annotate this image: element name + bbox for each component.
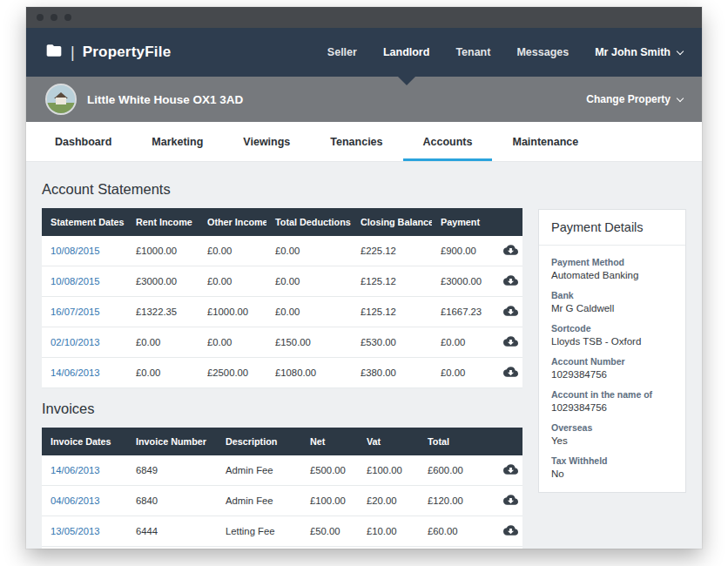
- nav-item-tenant[interactable]: Tenant: [442, 28, 503, 77]
- cell-other-income: £0.00: [199, 266, 266, 297]
- cell-total: £120.00: [419, 547, 495, 549]
- column-header: Statement Dates: [42, 208, 127, 236]
- tab-viewings[interactable]: Viewings: [223, 122, 310, 161]
- cell-description: Admin Fee: [217, 547, 301, 549]
- column-header: Total Deductions: [266, 208, 352, 236]
- cell-rent-income: £0.00: [127, 358, 199, 388]
- invoice-date-link[interactable]: 14/06/2013: [51, 465, 100, 475]
- statement-date-link[interactable]: 02/10/2013: [51, 337, 100, 347]
- column-header: Payment: [432, 208, 495, 236]
- statement-date-link[interactable]: 10/08/2015: [51, 246, 100, 256]
- cell-closing-balance: £125.12: [352, 266, 432, 297]
- account-statements-table: Statement Dates Rent Income Other Income…: [42, 208, 522, 388]
- cell-closing-balance: £225.12: [352, 236, 432, 266]
- column-header-actions: [495, 428, 522, 455]
- cloud-download-icon[interactable]: [503, 524, 518, 536]
- tab-marketing[interactable]: Marketing: [131, 122, 223, 161]
- invoices-title: Invoices: [42, 401, 522, 417]
- cell-net: £100.00: [301, 486, 358, 516]
- column-header-actions: [495, 208, 522, 236]
- table-row: 16/07/2015 £1322.35 £1000.00 £0.00 £125.…: [42, 297, 522, 327]
- cell-invoice-number: 6444: [127, 516, 217, 547]
- property-avatar: [45, 84, 77, 115]
- column-header: Net: [301, 428, 358, 455]
- cell-payment: £0.00: [432, 358, 495, 388]
- payment-details-fields: Payment Method Automated Banking Bank Mr…: [539, 246, 685, 492]
- cell-total-deductions: £0.00: [266, 297, 352, 327]
- cloud-download-icon[interactable]: [503, 335, 518, 347]
- detail-field: Overseas Yes: [551, 422, 673, 446]
- cell-other-income: £0.00: [199, 327, 266, 358]
- user-name: Mr John Smith: [595, 46, 671, 58]
- cloud-download-icon[interactable]: [503, 494, 518, 506]
- change-property-button[interactable]: Change Property: [586, 93, 683, 105]
- statement-date-link[interactable]: 10/08/2015: [51, 276, 100, 286]
- detail-field: Account Number 1029384756: [551, 356, 673, 380]
- table-row: 04/06/2013 6840 Admin Fee £100.00 £20.00…: [42, 486, 522, 516]
- folder-icon: [45, 42, 63, 63]
- window-control-dot[interactable]: [37, 14, 44, 21]
- brand-logo[interactable]: | PropertyFile: [45, 42, 171, 63]
- window-control-dot[interactable]: [64, 14, 71, 21]
- cloud-download-icon[interactable]: [503, 366, 518, 378]
- cell-other-income: £0.00: [199, 236, 266, 266]
- cell-other-income: £1000.00: [199, 297, 266, 327]
- cloud-download-icon[interactable]: [503, 305, 518, 317]
- field-value: Lloyds TSB - Oxford: [551, 336, 673, 347]
- field-value: Yes: [551, 435, 673, 446]
- field-label: Overseas: [551, 422, 673, 433]
- tables-column: Account Statements Statement Dates Rent …: [42, 174, 522, 549]
- chevron-down-icon: [677, 47, 684, 54]
- tab-maintenance[interactable]: Maintenance: [492, 122, 598, 161]
- invoice-date-link[interactable]: 13/05/2013: [51, 526, 100, 536]
- cell-payment: £0.00: [432, 327, 495, 358]
- cell-vat: £20.00: [358, 547, 419, 549]
- cell-vat: £20.00: [358, 486, 419, 516]
- detail-field: Bank Mr G Caldwell: [551, 290, 673, 313]
- cell-rent-income: £1322.35: [127, 297, 199, 327]
- cell-net: £500.00: [301, 455, 358, 486]
- payment-details-title: Payment Details: [539, 210, 685, 246]
- tab-tenancies[interactable]: Tenancies: [310, 122, 402, 161]
- cell-description: Admin Fee: [217, 486, 301, 516]
- main-content: Account Statements Statement Dates Rent …: [26, 162, 702, 549]
- app-header: | PropertyFile Seller Landlord Tenant Me…: [26, 28, 702, 77]
- column-header: Rent Income: [127, 208, 199, 236]
- nav-item-landlord[interactable]: Landlord: [370, 28, 442, 77]
- cell-payment: £1667.23: [432, 297, 495, 327]
- nav-item-seller[interactable]: Seller: [314, 28, 370, 77]
- cell-closing-balance: £380.00: [352, 358, 432, 388]
- statement-date-link[interactable]: 14/06/2013: [51, 367, 100, 378]
- cell-total-deductions: £1080.00: [266, 358, 352, 388]
- tab-dashboard[interactable]: Dashboard: [35, 122, 131, 161]
- cloud-download-icon[interactable]: [503, 274, 518, 286]
- field-label: Sortcode: [551, 323, 673, 334]
- field-value: No: [551, 468, 673, 479]
- detail-field: Payment Method Automated Banking: [551, 257, 673, 280]
- cell-closing-balance: £125.12: [352, 297, 432, 327]
- cloud-download-icon[interactable]: [503, 463, 518, 475]
- window-control-dot[interactable]: [51, 14, 57, 21]
- invoice-date-link[interactable]: 04/06/2013: [51, 495, 100, 506]
- cloud-download-icon[interactable]: [503, 244, 518, 256]
- logo-divider: |: [71, 44, 75, 62]
- payment-details-column: Payment Details Payment Method Automated…: [538, 174, 686, 549]
- field-value: Automated Banking: [551, 270, 673, 280]
- statement-date-link[interactable]: 16/07/2015: [51, 307, 100, 317]
- tab-accounts[interactable]: Accounts: [403, 122, 493, 161]
- table-row: 10/08/2015 £1000.00 £0.00 £0.00 £225.12 …: [42, 236, 522, 266]
- detail-field: Tax Withheld No: [551, 455, 673, 479]
- brand-name: PropertyFile: [83, 44, 172, 61]
- user-menu[interactable]: Mr John Smith: [582, 28, 683, 77]
- property-title: Little White House OX1 3AD: [87, 93, 243, 106]
- column-header: Invoice Dates: [42, 428, 127, 455]
- nav-item-messages[interactable]: Messages: [503, 28, 582, 77]
- cell-invoice-number: 6849: [127, 455, 217, 486]
- column-header: Total: [419, 428, 495, 455]
- column-header: Vat: [358, 428, 419, 455]
- table-row: 13/05/2013 6444 Letting Fee £50.00 £10.0…: [42, 516, 522, 547]
- cell-other-income: £2500.00: [199, 358, 266, 388]
- table-row: 14/06/2013 6849 Admin Fee £500.00 £100.0…: [42, 455, 522, 486]
- field-label: Account Number: [551, 356, 673, 367]
- account-statements-title: Account Statements: [42, 181, 522, 198]
